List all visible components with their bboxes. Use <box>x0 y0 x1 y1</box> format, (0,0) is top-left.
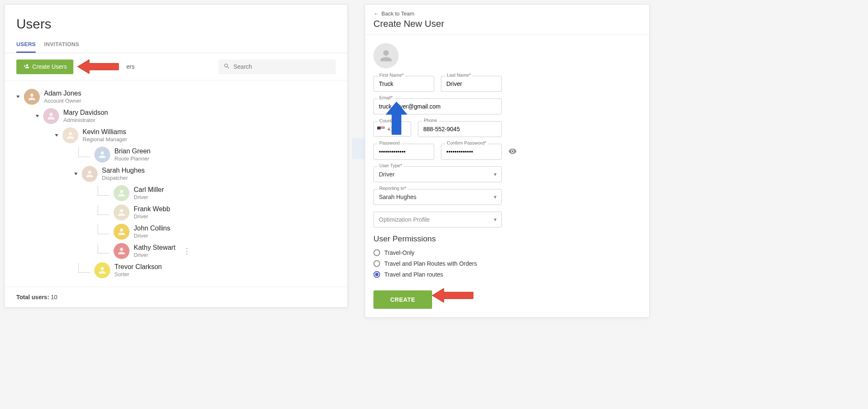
tab-users[interactable]: USERS <box>16 37 36 53</box>
tree-node[interactable]: Brian GreenRoute Planner <box>74 145 336 164</box>
tree-connector <box>98 186 109 196</box>
avatar <box>114 243 130 259</box>
confirm-password-input[interactable] <box>441 144 502 160</box>
tree-connector <box>98 224 109 234</box>
search-icon <box>223 63 230 71</box>
tree-node[interactable]: Sarah HughesDispatcher <box>74 164 336 184</box>
callout-arrow-create <box>78 58 119 75</box>
caret-icon[interactable] <box>74 173 78 175</box>
avatar-placeholder[interactable] <box>373 43 399 68</box>
user-type-select[interactable]: Driver <box>373 166 502 182</box>
tree-node[interactable]: Kathy StewartDriver⋮ <box>93 241 336 261</box>
node-name: Carl Miller <box>134 186 164 194</box>
footer: Total users: 10 <box>5 287 347 307</box>
footer-label: Total users: <box>16 294 49 300</box>
phone-field: Phone <box>418 121 502 137</box>
avatar <box>114 204 130 220</box>
reporting-field: Reporting to* Sarah Hughes ▼ <box>373 189 502 205</box>
avatar <box>24 89 40 105</box>
node-name: Sarah Hughes <box>102 166 145 175</box>
caret-icon[interactable] <box>36 115 39 117</box>
node-role: Sorter <box>114 271 162 278</box>
radio-icon <box>373 271 380 278</box>
tree-node[interactable]: Carl MillerDriver <box>93 184 336 203</box>
create-user-form: First Name* Last Name* Email* Country <box>365 35 649 317</box>
password-input[interactable] <box>373 144 434 160</box>
us-flag-icon <box>377 127 385 132</box>
add-user-icon <box>23 63 30 70</box>
more-vert-icon[interactable]: ⋮ <box>183 246 190 256</box>
create-users-button[interactable]: Create Users <box>16 60 73 74</box>
node-role: Route Planner <box>114 155 150 162</box>
tree-node[interactable]: Trevor ClarksonSorter <box>74 261 336 280</box>
node-role: Account Owner <box>44 98 81 104</box>
email-label: Email* <box>378 95 394 100</box>
tree-connector <box>98 243 109 254</box>
avatar <box>62 127 78 143</box>
node-name: John Collins <box>134 224 170 233</box>
toolbar: Create Users ers <box>5 53 347 80</box>
search-box[interactable] <box>218 60 336 74</box>
node-name: Adam Jones <box>44 89 81 98</box>
tree-node[interactable]: Kevin WilliamsRegional Manager <box>55 126 336 145</box>
opt-profile-select[interactable]: Optimization Profile <box>373 212 502 228</box>
user-type-field: User Type* Driver ▼ <box>373 166 502 182</box>
footer-count: 10 <box>51 294 57 300</box>
back-link[interactable]: ← Back to Team <box>365 5 649 18</box>
last-name-label: Last Name* <box>445 72 472 78</box>
eye-icon[interactable] <box>508 147 517 157</box>
svg-marker-0 <box>78 60 119 74</box>
tab-invitations[interactable]: INVITATIONS <box>44 37 79 53</box>
node-role: Driver <box>134 194 164 201</box>
node-role: Driver <box>134 213 170 220</box>
last-name-field: Last Name* <box>441 76 502 92</box>
tree-connector <box>78 147 90 157</box>
radio-icon <box>373 249 380 256</box>
permission-label: Travel-Only <box>384 249 415 256</box>
reporting-select[interactable]: Sarah Hughes <box>373 189 502 205</box>
last-name-input[interactable] <box>441 76 502 92</box>
tree-node[interactable]: John CollinsDriver <box>93 222 336 241</box>
permission-option[interactable]: Travel and Plan routes <box>373 271 641 278</box>
avatar <box>114 224 130 240</box>
node-role: Administrator <box>63 117 108 124</box>
phone-input[interactable] <box>418 121 502 137</box>
node-name: Kevin Williams <box>83 128 127 136</box>
tree-connector <box>78 263 90 273</box>
tree-node[interactable]: Mary DavidsonAdministrator <box>36 106 336 126</box>
node-name: Trevor Clarkson <box>114 263 162 271</box>
user-type-label: User Type* <box>378 163 404 168</box>
create-button[interactable]: CREATE <box>373 290 432 309</box>
avatar <box>114 185 130 201</box>
node-role: Regional Manager <box>83 136 127 143</box>
avatar <box>94 262 110 278</box>
callout-arrow-create-submit <box>432 287 474 304</box>
avatar <box>94 147 110 163</box>
confirm-password-field: Confirm Password* <box>441 144 502 160</box>
create-users-label: Create Users <box>32 63 67 70</box>
permission-option[interactable]: Travel-Only <box>373 249 641 256</box>
first-name-input[interactable] <box>373 76 434 92</box>
node-role: Dispatcher <box>102 175 145 181</box>
first-name-label: First Name* <box>378 72 405 78</box>
create-user-title: Create New User <box>365 18 649 35</box>
permission-option[interactable]: Travel and Plan Routes with Orders <box>373 260 641 267</box>
permission-label: Travel and Plan routes <box>384 271 443 278</box>
caret-icon[interactable] <box>16 96 20 98</box>
node-name: Frank Webb <box>134 205 170 213</box>
caret-icon[interactable] <box>55 134 58 137</box>
arrow-left-icon: ← <box>373 10 379 17</box>
users-panel: Users USERS INVITATIONS Create Users ers <box>4 4 348 308</box>
confirm-password-label: Confirm Password* <box>445 140 488 145</box>
tabs: USERS INVITATIONS <box>5 37 347 53</box>
first-name-field: First Name* <box>373 76 434 92</box>
back-label: Back to Team <box>381 10 415 17</box>
password-field: Password <box>373 144 434 160</box>
permissions-title: User Permissions <box>373 234 641 243</box>
node-role: Driver <box>134 233 170 239</box>
avatar <box>82 166 98 182</box>
node-role: Driver <box>134 252 176 259</box>
tree-node[interactable]: Frank WebbDriver <box>93 203 336 222</box>
tree-node[interactable]: Adam JonesAccount Owner <box>16 87 336 106</box>
search-input[interactable] <box>233 63 331 70</box>
